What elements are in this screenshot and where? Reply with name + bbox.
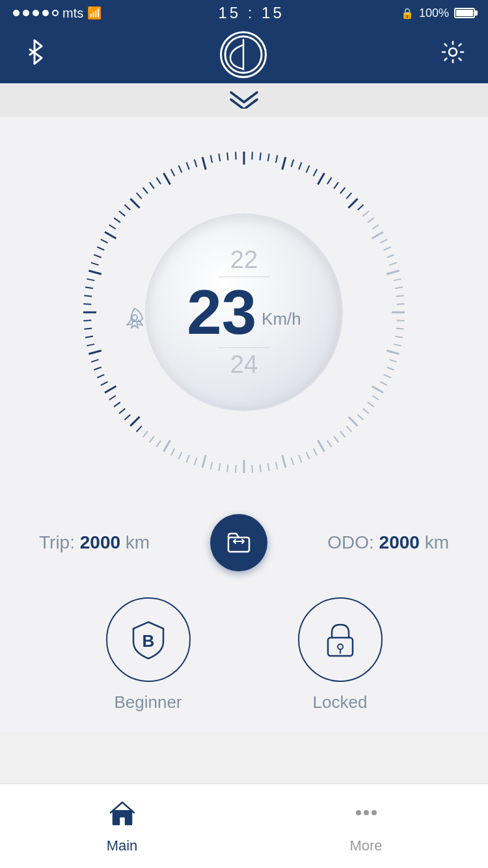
svg-line-106 bbox=[119, 211, 125, 217]
beginner-button[interactable]: B Beginner bbox=[106, 597, 191, 712]
chevron-down-icon[interactable] bbox=[228, 89, 260, 112]
svg-line-110 bbox=[143, 187, 148, 193]
svg-line-101 bbox=[97, 247, 104, 251]
tab-more-label: More bbox=[349, 837, 382, 854]
svg-line-100 bbox=[94, 254, 101, 257]
svg-line-50 bbox=[340, 431, 346, 437]
svg-line-86 bbox=[94, 367, 101, 370]
svg-line-122 bbox=[236, 152, 236, 159]
svg-line-103 bbox=[105, 232, 116, 239]
svg-line-7 bbox=[276, 155, 277, 163]
svg-point-129 bbox=[356, 810, 361, 815]
svg-line-6 bbox=[268, 154, 269, 161]
svg-line-116 bbox=[186, 162, 189, 169]
svg-line-46 bbox=[363, 409, 369, 414]
svg-line-17 bbox=[346, 193, 351, 198]
svg-line-12 bbox=[314, 169, 317, 176]
battery-fill bbox=[456, 10, 473, 16]
dot-4 bbox=[42, 10, 49, 16]
svg-line-44 bbox=[372, 396, 379, 400]
svg-line-119 bbox=[211, 155, 212, 163]
svg-line-67 bbox=[211, 462, 212, 470]
svg-line-59 bbox=[276, 462, 277, 470]
svg-point-127 bbox=[338, 644, 343, 649]
svg-line-84 bbox=[101, 382, 108, 385]
odo-label: ODO: bbox=[327, 532, 374, 552]
tab-bar: Main More bbox=[0, 783, 488, 868]
svg-line-54 bbox=[314, 448, 317, 455]
speed-main-row: 23 Km/h bbox=[187, 281, 301, 344]
svg-line-108 bbox=[130, 198, 139, 208]
tab-more[interactable]: More bbox=[244, 798, 488, 854]
signal-dots bbox=[13, 10, 59, 16]
svg-line-92 bbox=[83, 320, 91, 321]
svg-line-79 bbox=[124, 414, 130, 420]
speed-divider-bottom bbox=[218, 347, 270, 348]
speedometer-container: /* We'll generate ticks via JS below */ … bbox=[0, 117, 488, 501]
svg-line-24 bbox=[380, 239, 387, 243]
tab-main-label: Main bbox=[107, 837, 138, 854]
speed-prev: 22 bbox=[230, 246, 258, 274]
carrier-name: mts bbox=[62, 6, 83, 21]
svg-line-23 bbox=[372, 232, 383, 239]
svg-line-36 bbox=[395, 336, 403, 338]
svg-line-40 bbox=[386, 367, 394, 370]
trip-label: Trip: bbox=[39, 532, 75, 552]
svg-line-61 bbox=[260, 465, 261, 472]
svg-line-77 bbox=[137, 426, 142, 432]
status-bar: mts 📶 15 : 15 🔒 100% bbox=[0, 0, 488, 26]
svg-line-13 bbox=[318, 173, 325, 184]
dot-5 bbox=[52, 10, 59, 16]
svg-line-9 bbox=[291, 159, 294, 167]
tab-main[interactable]: Main bbox=[0, 798, 244, 854]
svg-line-105 bbox=[114, 218, 120, 223]
reset-button[interactable] bbox=[210, 514, 267, 571]
svg-line-68 bbox=[202, 455, 206, 467]
svg-line-72 bbox=[171, 448, 174, 455]
locked-button[interactable]: Locked bbox=[298, 597, 383, 712]
odo-value: 2000 bbox=[379, 532, 420, 552]
beginner-circle: B bbox=[106, 597, 191, 682]
rocket-icon bbox=[120, 306, 149, 340]
battery-icon bbox=[454, 8, 475, 18]
svg-line-95 bbox=[84, 295, 92, 296]
svg-text:B: B bbox=[142, 631, 154, 651]
settings-icon[interactable] bbox=[441, 40, 465, 69]
svg-line-32 bbox=[397, 304, 405, 305]
svg-line-26 bbox=[386, 254, 394, 257]
speed-unit: Km/h bbox=[262, 309, 301, 329]
svg-line-49 bbox=[346, 426, 351, 432]
lock-icon: 🔒 bbox=[401, 7, 414, 20]
svg-line-87 bbox=[91, 360, 98, 362]
svg-line-8 bbox=[282, 157, 286, 169]
svg-line-21 bbox=[368, 218, 374, 223]
svg-line-19 bbox=[358, 205, 364, 210]
svg-line-10 bbox=[299, 162, 301, 169]
svg-line-56 bbox=[299, 455, 301, 462]
svg-line-11 bbox=[306, 165, 310, 172]
svg-line-51 bbox=[334, 436, 338, 442]
svg-line-53 bbox=[318, 441, 325, 452]
svg-line-16 bbox=[340, 187, 346, 193]
bluetooth-icon[interactable] bbox=[23, 39, 46, 70]
chevron-bar[interactable] bbox=[0, 83, 488, 117]
svg-line-104 bbox=[109, 224, 116, 229]
trip-odo-row: Trip: 2000 km ODO: 2000 km bbox=[0, 508, 488, 578]
svg-line-20 bbox=[363, 211, 369, 217]
svg-line-115 bbox=[179, 165, 182, 172]
svg-line-81 bbox=[114, 402, 120, 407]
svg-line-4 bbox=[252, 152, 252, 159]
speed-display: 22 23 Km/h 24 bbox=[146, 215, 342, 410]
svg-line-102 bbox=[101, 239, 108, 243]
battery-percent: 100% bbox=[419, 7, 449, 20]
svg-line-97 bbox=[87, 279, 94, 280]
svg-point-123 bbox=[132, 315, 137, 320]
svg-line-37 bbox=[394, 344, 401, 346]
speed-next: 24 bbox=[230, 351, 258, 379]
svg-line-114 bbox=[171, 169, 174, 176]
svg-line-58 bbox=[282, 455, 286, 467]
svg-line-89 bbox=[87, 344, 94, 346]
svg-line-62 bbox=[252, 465, 252, 473]
svg-line-112 bbox=[156, 178, 161, 184]
svg-line-55 bbox=[306, 452, 310, 459]
